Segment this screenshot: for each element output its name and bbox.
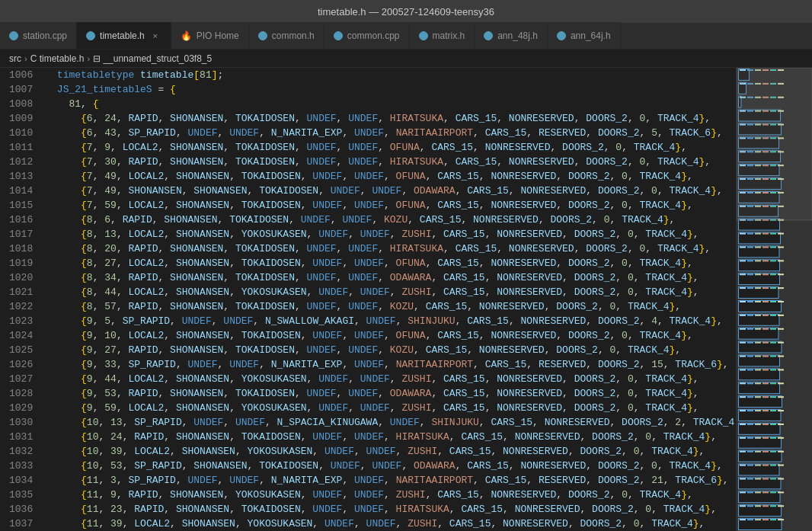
line-number-1037: 1037 xyxy=(9,517,33,531)
code-line-1037: {11, 39, LOCAL2, SHONANSEN, YOKOSUKASEN,… xyxy=(45,517,730,531)
line-number-1020: 1020 xyxy=(9,270,33,285)
tab-icon-common-h xyxy=(258,31,267,40)
line-number-1007: 1007 xyxy=(9,82,33,97)
tab-station-cpp[interactable]: station.cpp xyxy=(0,22,77,49)
code-line-1019: {8, 27, LOCAL2, SHONANSEN, TOKAIDOSEN, U… xyxy=(45,256,730,270)
code-line-1017: {8, 13, LOCAL2, SHONANSEN, YOKOSUKASEN, … xyxy=(45,227,730,242)
line-number-1018: 1018 xyxy=(9,242,33,256)
code-line-1014: {7, 49, SHONANSEN, SHONANSEN, TOKAIDOSEN… xyxy=(45,184,730,198)
line-number-1015: 1015 xyxy=(9,198,33,213)
code-line-1007: JS_21_timetableS = { xyxy=(45,82,730,97)
tab-common-h[interactable]: common.h xyxy=(249,22,324,49)
line-number-1023: 1023 xyxy=(9,314,33,328)
code-line-1030: {10, 13, SP_RAPID, UNDEF, UNDEF, N_SPACI… xyxy=(45,415,730,430)
line-number-1013: 1013 xyxy=(9,169,33,184)
tab-bar: station.cpptimetable.h×🔥PIO Homecommon.h… xyxy=(0,23,812,50)
tab-icon-pio-home: 🔥 xyxy=(181,30,192,41)
tab-icon-ann-64j-h xyxy=(557,31,566,40)
code-line-1012: {7, 30, RAPID, SHONANSEN, TOKAIDOSEN, UN… xyxy=(45,155,730,169)
tab-timetable-h[interactable]: timetable.h× xyxy=(77,22,171,49)
breadcrumb-part-2: ⊟ __unnamed_struct_03f8_5 xyxy=(93,53,212,64)
code-line-1032: {10, 39, LOCAL2, SHONANSEN, YOKOSUKASEN,… xyxy=(45,444,730,459)
tab-label-matrix-h: matrix.h xyxy=(433,30,465,41)
code-line-1028: {9, 53, RAPID, SHONANSEN, TOKAIDOSEN, UN… xyxy=(45,386,730,401)
editor-area: 1006100710081009101010111012101310141015… xyxy=(0,68,812,531)
line-number-1029: 1029 xyxy=(9,401,33,415)
code-line-1035: {11, 9, RAPID, SHONANSEN, YOKOSUKASEN, U… xyxy=(45,488,730,502)
code-line-1018: {8, 20, RAPID, SHONANSEN, TOKAIDOSEN, UN… xyxy=(45,242,730,256)
code-line-1015: {7, 59, LOCAL2, SHONANSEN, TOKAIDOSEN, U… xyxy=(45,198,730,213)
line-number-1034: 1034 xyxy=(9,473,33,488)
tab-common-cpp[interactable]: common.cpp xyxy=(324,22,410,49)
tab-icon-common-cpp xyxy=(334,31,343,40)
tab-icon-timetable-h xyxy=(86,31,95,40)
tab-label-ann-64j-h: ann_64j.h xyxy=(571,30,611,41)
code-line-1033: {10, 53, SP_RAPID, SHONANSEN, TOKAIDOSEN… xyxy=(45,459,730,473)
tab-ann-48j-h[interactable]: ann_48j.h xyxy=(475,22,548,49)
line-number-1030: 1030 xyxy=(9,415,33,430)
code-line-1011: {7, 9, LOCAL2, SHONANSEN, TOKAIDOSEN, UN… xyxy=(45,140,730,155)
breadcrumb-sep-0: › xyxy=(24,54,27,63)
line-number-1009: 1009 xyxy=(9,111,33,126)
line-number-1036: 1036 xyxy=(9,502,33,517)
line-number-1008: 1008 xyxy=(9,97,33,111)
line-number-1027: 1027 xyxy=(9,372,33,386)
code-line-1031: {10, 24, RAPID, SHONANSEN, TOKAIDOSEN, U… xyxy=(45,430,730,444)
tab-close-timetable-h[interactable]: × xyxy=(149,30,161,42)
line-number-1035: 1035 xyxy=(9,488,33,502)
code-line-1023: {9, 5, SP_RAPID, UNDEF, UNDEF, N_SWALLOW… xyxy=(45,314,730,328)
tab-label-ann-48j-h: ann_48j.h xyxy=(497,30,538,41)
code-line-1027: {9, 44, LOCAL2, SHONANSEN, YOKOSUKASEN, … xyxy=(45,372,730,386)
breadcrumb-part-1: C timetable.h xyxy=(30,53,85,64)
code-line-1009: {6, 24, RAPID, SHONANSEN, TOKAIDOSEN, UN… xyxy=(45,111,730,126)
code-line-1021: {8, 44, LOCAL2, SHONANSEN, YOKOSUKASEN, … xyxy=(45,285,730,299)
code-line-1026: {9, 33, SP_RAPID, UNDEF, UNDEF, N_NARITA… xyxy=(45,357,730,372)
code-content[interactable]: timetabletype timetable[81]; JS_21_timet… xyxy=(39,68,736,531)
line-number-1006: 1006 xyxy=(9,68,33,82)
tab-label-common-cpp: common.cpp xyxy=(347,30,400,41)
code-line-1024: {9, 10, LOCAL2, SHONANSEN, TOKAIDOSEN, U… xyxy=(45,328,730,343)
code-line-1025: {9, 27, RAPID, SHONANSEN, TOKAIDOSEN, UN… xyxy=(45,343,730,357)
line-number-1025: 1025 xyxy=(9,343,33,357)
tab-ann-64j-h[interactable]: ann_64j.h xyxy=(548,22,621,49)
line-number-1014: 1014 xyxy=(9,184,33,198)
code-line-1029: {9, 59, LOCAL2, SHONANSEN, YOKOSUKASEN, … xyxy=(45,401,730,415)
tab-matrix-h[interactable]: matrix.h xyxy=(410,22,475,49)
code-line-1022: {8, 57, RAPID, SHONANSEN, TOKAIDOSEN, UN… xyxy=(45,299,730,314)
code-line-1006: timetabletype timetable[81]; xyxy=(45,68,730,82)
line-number-1016: 1016 xyxy=(9,213,33,227)
line-number-1011: 1011 xyxy=(9,140,33,155)
minimap xyxy=(736,68,812,531)
line-numbers: 1006100710081009101010111012101310141015… xyxy=(0,68,39,531)
code-line-1020: {8, 34, RAPID, SHONANSEN, TOKAIDOSEN, UN… xyxy=(45,270,730,285)
line-number-1024: 1024 xyxy=(9,328,33,343)
tab-icon-station-cpp xyxy=(9,31,18,40)
title-text: timetable.h — 200527-124609-teensy36 xyxy=(318,6,494,18)
line-number-1033: 1033 xyxy=(9,459,33,473)
line-number-1019: 1019 xyxy=(9,256,33,270)
line-number-1021: 1021 xyxy=(9,285,33,299)
line-number-1032: 1032 xyxy=(9,444,33,459)
code-line-1034: {11, 3, SP_RAPID, UNDEF, UNDEF, N_NARITA… xyxy=(45,473,730,488)
code-line-1036: {11, 23, RAPID, SHONANSEN, TOKAIDOSEN, U… xyxy=(45,502,730,517)
title-bar: timetable.h — 200527-124609-teensy36 xyxy=(0,0,812,23)
line-number-1026: 1026 xyxy=(9,357,33,372)
tab-pio-home[interactable]: 🔥PIO Home xyxy=(171,22,249,49)
tab-icon-ann-48j-h xyxy=(484,31,493,40)
tab-label-timetable-h: timetable.h xyxy=(100,30,145,41)
line-number-1028: 1028 xyxy=(9,386,33,401)
breadcrumb-part-0: src xyxy=(9,53,21,64)
line-number-1031: 1031 xyxy=(9,430,33,444)
breadcrumb-sep-1: › xyxy=(87,54,90,63)
tab-label-station-cpp: station.cpp xyxy=(23,30,67,41)
breadcrumb: src › C timetable.h › ⊟ __unnamed_struct… xyxy=(0,50,812,68)
line-number-1010: 1010 xyxy=(9,126,33,140)
tab-icon-matrix-h xyxy=(419,31,428,40)
code-line-1016: {8, 6, RAPID, SHONANSEN, TOKAIDOSEN, UND… xyxy=(45,213,730,227)
tab-label-common-h: common.h xyxy=(272,30,315,41)
line-number-1022: 1022 xyxy=(9,299,33,314)
code-line-1008: 81, { xyxy=(45,97,730,111)
line-number-1017: 1017 xyxy=(9,227,33,242)
code-line-1013: {7, 49, LOCAL2, SHONANSEN, TOKAIDOSEN, U… xyxy=(45,169,730,184)
line-number-1012: 1012 xyxy=(9,155,33,169)
